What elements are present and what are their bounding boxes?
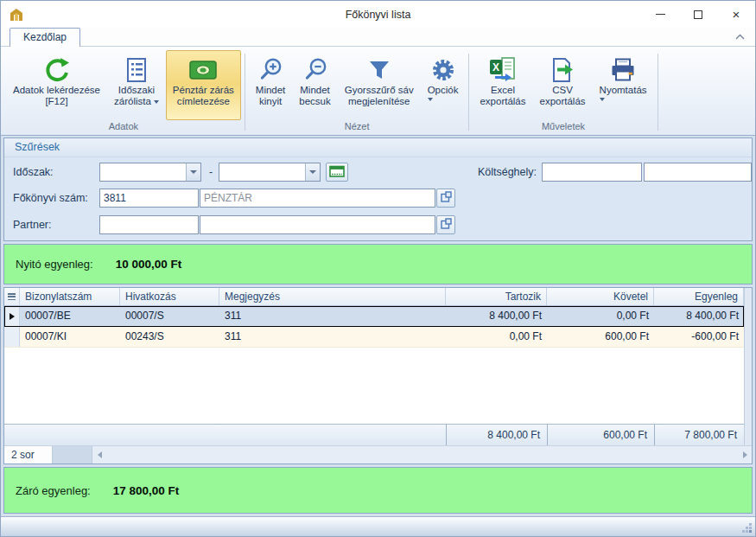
fokonyvi-lookup-button[interactable]	[436, 189, 455, 208]
maximize-button[interactable]	[679, 1, 717, 28]
koltseghely-name-input[interactable]	[644, 163, 752, 182]
horizontal-scrollbar-thumb[interactable]	[53, 446, 92, 463]
vertical-scrollbar[interactable]	[744, 288, 752, 445]
fokonyvi-szam-input[interactable]	[99, 189, 199, 208]
quick-filter-icon	[367, 55, 391, 85]
status-bar	[1, 516, 755, 536]
cell-tartozik: 8 400,00 Ft	[446, 306, 547, 327]
row-indicator	[4, 306, 20, 327]
cell-egyenleg: 8 400,00 Ft	[654, 306, 744, 327]
button-label: Időszaki	[118, 85, 155, 95]
gyorsszuro-sav-button[interactable]: Gyorsszűrő sáv megjelenítése	[338, 50, 421, 120]
excel-icon: X	[488, 55, 518, 85]
row-indicator	[4, 327, 20, 347]
close-button[interactable]: ×	[717, 1, 755, 28]
maximize-icon	[694, 10, 702, 19]
total-tartozik: 8 400,00 Ft	[446, 425, 547, 445]
periodic-list-icon	[124, 55, 149, 85]
scroll-right-icon[interactable]	[738, 446, 752, 463]
column-header-hivatkozas[interactable]: Hivatkozás	[120, 288, 219, 305]
button-label: címletezése	[177, 96, 230, 106]
button-label: kinyit	[259, 96, 282, 106]
mindet-kinyit-button[interactable]: Mindet kinyit	[249, 50, 293, 120]
ribbon-group-muveletek: X Excel exportálás	[471, 49, 655, 135]
column-header-kovetel[interactable]: Követel	[547, 288, 654, 305]
closing-balance-value: 17 800,00 Ft	[113, 484, 180, 497]
lookup-icon	[441, 191, 452, 205]
cell-hivatkozas: 00007/S	[120, 306, 219, 327]
column-header-egyenleg[interactable]: Egyenleg	[654, 288, 744, 305]
partner-label: Partner:	[13, 215, 51, 234]
cell-hivatkozas: 00243/S	[120, 327, 219, 347]
opening-balance-label: Nyitó egyenleg:	[16, 258, 93, 271]
refresh-icon	[43, 55, 71, 85]
button-label: Pénztár zárás	[173, 85, 234, 95]
current-row-arrow-icon	[10, 313, 15, 320]
grid-corner-button[interactable]	[4, 288, 20, 305]
closing-balance-label: Záró egyenleg:	[16, 484, 91, 497]
dropdown-arrow-icon	[428, 98, 433, 101]
grid-scroll-row: 2 sor	[4, 445, 752, 463]
button-label: Adatok lekérdezése	[13, 85, 100, 95]
column-header-megjegyzes[interactable]: Megjegyzés	[219, 288, 446, 305]
gear-icon	[430, 55, 456, 85]
koltseghely-code-input[interactable]	[542, 163, 642, 182]
ribbon-collapse-button[interactable]	[735, 30, 745, 42]
calendar-button[interactable]	[326, 163, 348, 182]
table-row[interactable]: 00007/BE 00007/S 311 8 400,00 Ft 0,00 Ft…	[4, 306, 744, 327]
ribbon-group-adatok: Adatok lekérdezése [F12] Idő	[4, 49, 243, 135]
opciok-button[interactable]: Opciók	[421, 50, 466, 120]
adatok-lekerdezese-button[interactable]: Adatok lekérdezése [F12]	[6, 50, 107, 120]
minimize-icon	[656, 14, 665, 15]
partner-name-input[interactable]	[200, 215, 435, 234]
range-separator: -	[209, 163, 213, 182]
svg-text:X: X	[492, 61, 499, 74]
opening-balance-bar: Nyitó egyenleg: 10 000,00 Ft	[3, 244, 753, 284]
filter-panel-title: Szűrések	[4, 138, 752, 157]
mindet-becsuk-button[interactable]: Mindet becsuk	[292, 50, 337, 120]
table-row[interactable]: 00007/KI 00243/S 311 0,00 Ft 600,00 Ft -…	[4, 327, 744, 348]
cell-egyenleg: -600,00 Ft	[654, 327, 744, 347]
chevron-down-icon[interactable]	[186, 163, 200, 181]
button-label: becsuk	[299, 96, 330, 106]
resize-grip[interactable]	[749, 530, 752, 533]
idoszak-label: Időszak:	[13, 163, 54, 182]
tab-kezdolap[interactable]: Kezdőlap	[10, 28, 80, 47]
ribbon: Adatok lekérdezése [F12] Idő	[1, 47, 755, 136]
button-label: exportálás	[480, 96, 525, 106]
idoszak-from-combobox[interactable]	[99, 163, 201, 182]
column-header-bizonylatszam[interactable]: Bizonylatszám	[20, 288, 120, 305]
fokonyvi-nev-input[interactable]	[200, 189, 435, 208]
button-label: [F12]	[45, 96, 67, 106]
excel-export-button[interactable]: X Excel exportálás	[473, 50, 532, 120]
cell-kovetel: 600,00 Ft	[547, 327, 654, 347]
scroll-left-icon[interactable]	[92, 446, 106, 463]
expand-all-icon	[257, 55, 284, 85]
close-icon: ×	[733, 8, 740, 21]
idoszaki-zarolista-button[interactable]: Időszaki zárólista	[107, 50, 166, 120]
horizontal-scrollbar-track[interactable]	[106, 446, 738, 463]
total-egyenleg: 7 800,00 Ft	[654, 425, 744, 445]
total-kovetel: 600,00 Ft	[547, 425, 654, 445]
cell-bizonylatszam: 00007/BE	[20, 306, 120, 327]
partner-code-input[interactable]	[99, 215, 199, 234]
button-label: Gyorsszűrő sáv	[345, 85, 414, 95]
opening-balance-value: 10 000,00 Ft	[116, 258, 182, 271]
button-label: Mindet	[300, 85, 330, 95]
grid-empty-area	[4, 348, 744, 424]
penztar-zaras-cimletezese-button[interactable]: Pénztár zárás címletezése	[166, 50, 241, 120]
idoszak-to-combobox[interactable]	[219, 163, 321, 182]
button-label: megjelenítése	[348, 96, 410, 106]
nyomtatas-button[interactable]: Nyomtatás	[593, 50, 654, 120]
partner-lookup-button[interactable]	[436, 215, 455, 234]
ribbon-group-label: Nézet	[247, 120, 467, 135]
cell-megjegyzes: 311	[219, 327, 446, 347]
csv-export-button[interactable]: CSV exportálás	[533, 50, 593, 120]
app-window: Főkönyvi lista × Kezdőlap	[0, 0, 756, 537]
column-header-tartozik[interactable]: Tartozik	[446, 288, 547, 305]
minimize-button[interactable]	[641, 1, 679, 28]
grid-summary-row: 8 400,00 Ft 600,00 Ft 7 800,00 Ft	[4, 424, 744, 445]
ribbon-tab-row: Kezdőlap	[1, 28, 755, 47]
chevron-down-icon[interactable]	[305, 163, 320, 181]
button-label: Excel	[491, 85, 515, 95]
